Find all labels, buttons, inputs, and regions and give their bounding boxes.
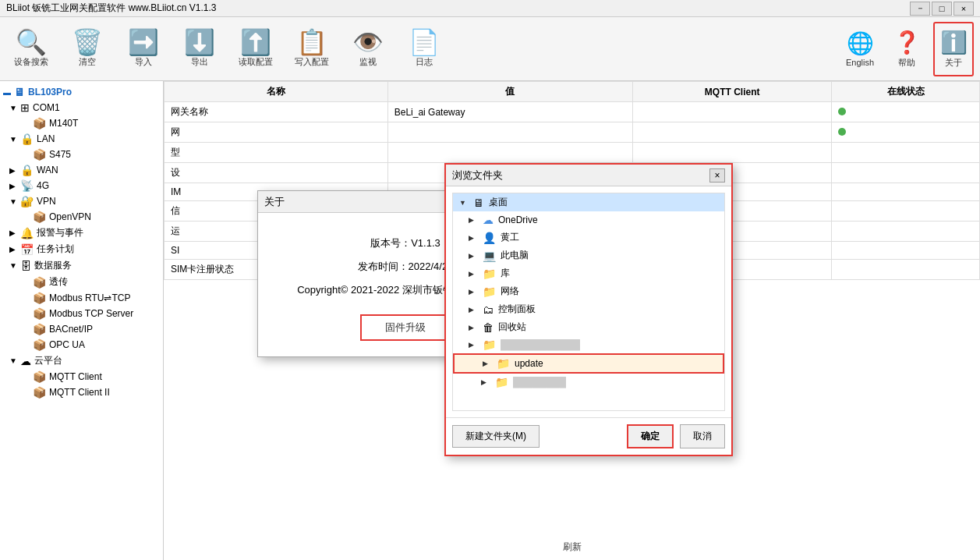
cell-value: BeLi_ai Gateway (387, 102, 632, 122)
help-label: 帮助 (898, 57, 915, 69)
expand-huang: ▶ (469, 234, 478, 242)
sidebar-label-wan: WAN (37, 165, 58, 175)
file-item-blurred1[interactable]: ▶ 📁 ████████████ (453, 336, 724, 353)
file-item-desktop[interactable]: ▼ 🖥 桌面 (453, 193, 724, 211)
sidebar-label-trans: 透传 (49, 275, 68, 289)
content-area: 名称 值 MQTT Client 在线状态 网关名称 BeLi_ai Gatew… (164, 81, 980, 560)
col-header-value: 值 (387, 82, 632, 102)
node-icon-task: 📅 (20, 243, 34, 256)
node-icon-opc-ua: 📦 (33, 338, 46, 351)
browse-dialog-titlebar: 浏览文件夹 × (446, 165, 731, 186)
browse-close-button[interactable]: × (709, 168, 725, 183)
close-window-button[interactable]: × (953, 2, 974, 16)
sidebar-item-cloud[interactable]: ▼ ☁ 云平台 (0, 353, 163, 369)
file-label-desktop: 桌面 (489, 196, 508, 209)
node-icon-m140t: 📦 (33, 117, 46, 129)
file-item-huang[interactable]: ▶ 👤 黄工 (453, 229, 724, 246)
sidebar-item-m140t[interactable]: 📦 M140T (0, 115, 163, 131)
file-item-network[interactable]: ▶ 📁 网络 (453, 282, 724, 300)
file-item-update[interactable]: ▶ 📁 update (453, 353, 724, 374)
toolbar: 🔍 设备搜索 🗑️ 清空 ➡️ 导入 ⬇️ 导出 ⬆️ 读取配置 📋 写入配置 … (0, 17, 980, 81)
main-layout: ▬ 🖥 BL103Pro ▼ ⊞ COM1 📦 M140T ▼ 🔒 LAN 📦 … (0, 81, 980, 560)
titlebar: BLiiot 钣铣工业网关配置软件 www.BLiiot.cn V1.1.3 －… (0, 0, 980, 17)
sidebar-item-vpn[interactable]: ▼ 🔐 VPN (0, 193, 163, 209)
expand-bl103pro: ▬ (3, 88, 11, 97)
col-header-extra: MQTT Client (632, 82, 832, 102)
clear-label: 清空 (79, 56, 96, 68)
monitor-label: 监视 (359, 56, 377, 68)
sidebar-item-modbus-rtu-tcp[interactable]: 📦 Modbus RTU⇌TCP (0, 290, 163, 306)
sidebar-label-data-service: 数据服务 (34, 259, 72, 272)
toolbar-import[interactable]: ➡️ 导入 (119, 22, 168, 76)
sidebar-item-openvpn[interactable]: 📦 OpenVPN (0, 209, 163, 225)
toolbar-monitor[interactable]: 👁️ 监视 (343, 22, 393, 76)
network-folder-icon: 📁 (483, 285, 496, 298)
sidebar-label-vpn: VPN (37, 196, 56, 207)
file-item-recycle[interactable]: ▶ 🗑 回收站 (453, 318, 724, 336)
sidebar-item-wan[interactable]: ▶ 🔒 WAN (0, 162, 163, 178)
node-icon-bacnet-ip: 📦 (33, 323, 46, 335)
file-tree[interactable]: ▼ 🖥 桌面 ▶ ☁ OneDrive ▶ 👤 黄工 (452, 193, 725, 411)
sidebar-item-4g[interactable]: ▶ 📡 4G (0, 178, 163, 193)
file-item-controlpanel[interactable]: ▶ 🗂 控制面板 (453, 300, 724, 318)
new-folder-button[interactable]: 新建文件夹(M) (452, 425, 540, 448)
import-icon: ➡️ (128, 30, 159, 55)
sidebar-item-modbus-tcp-server[interactable]: 📦 Modbus TCP Server (0, 306, 163, 321)
file-item-thispc[interactable]: ▶ 💻 此电脑 (453, 246, 724, 264)
sidebar-label-alarm: 报警与事件 (37, 226, 83, 239)
sidebar-item-bacnet-ip[interactable]: 📦 BACnet/IP (0, 321, 163, 337)
sidebar-label-modbus-rtu-tcp: Modbus RTU⇌TCP (49, 292, 130, 303)
sidebar-item-com1[interactable]: ▼ ⊞ COM1 (0, 100, 163, 115)
sidebar-item-opc-ua[interactable]: 📦 OPC UA (0, 337, 163, 353)
expand-cloud: ▼ (9, 356, 17, 365)
toolbar-about[interactable]: ℹ️ 关于 (933, 22, 974, 76)
toolbar-export[interactable]: ⬇️ 导出 (175, 22, 225, 76)
sidebar-item-bl103pro[interactable]: ▬ 🖥 BL103Pro (0, 84, 163, 100)
maximize-button[interactable]: □ (932, 2, 952, 16)
sidebar-item-trans[interactable]: 📦 透传 (0, 274, 163, 290)
ok-button[interactable]: 确定 (627, 424, 674, 448)
toolbar-write-config[interactable]: 📋 写入配置 (287, 22, 337, 76)
refresh-label[interactable]: 刷新 (563, 541, 582, 554)
cancel-button[interactable]: 取消 (680, 424, 725, 448)
toolbar-search[interactable]: 🔍 设备搜索 (6, 22, 56, 76)
read-config-label: 读取配置 (239, 56, 273, 68)
expand-com1: ▼ (9, 104, 17, 112)
window-controls: － □ × (910, 2, 974, 16)
file-item-blurred2[interactable]: ▶ 📁 ████████ (453, 374, 724, 391)
cell-status-6 (832, 201, 980, 222)
toolbar-english[interactable]: 🌐 English (840, 22, 880, 76)
sidebar-item-s475[interactable]: 📦 S475 (0, 147, 163, 162)
file-label-update: update (515, 358, 543, 369)
sidebar-label-openvpn: OpenVPN (49, 211, 91, 222)
browse-dialog: 浏览文件夹 × ▼ 🖥 桌面 ▶ ☁ OneDrive ▶ (444, 163, 733, 456)
sidebar-item-data-service[interactable]: ▼ 🗄 数据服务 (0, 257, 163, 274)
person-icon: 👤 (483, 232, 496, 244)
toolbar-read-config[interactable]: ⬆️ 读取配置 (231, 22, 281, 76)
sidebar-label-s475: S475 (49, 149, 71, 160)
sidebar-item-task[interactable]: ▶ 📅 任务计划 (0, 241, 163, 257)
firmware-upgrade-button[interactable]: 固件升级 (360, 314, 451, 341)
sidebar-item-alarm[interactable]: ▶ 🔔 报警与事件 (0, 225, 163, 241)
cell-extra-3 (632, 143, 832, 163)
toolbar-clear[interactable]: 🗑️ 清空 (62, 22, 112, 76)
file-item-library[interactable]: ▶ 📁 库 (453, 264, 724, 282)
sidebar-label-cloud: 云平台 (34, 354, 62, 367)
node-icon-mqtt-client-2: 📦 (33, 386, 46, 399)
node-icon-lan: 🔒 (20, 133, 34, 145)
node-icon-modbus-rtu-tcp: 📦 (33, 292, 46, 304)
english-icon: 🌐 (847, 30, 874, 56)
file-label-blurred2: ████████ (513, 377, 566, 388)
clear-icon: 🗑️ (72, 30, 103, 55)
sidebar-item-mqtt-client[interactable]: 📦 MQTT Client (0, 369, 163, 385)
file-label-thispc: 此电脑 (501, 249, 529, 262)
sidebar-item-lan[interactable]: ▼ 🔒 LAN (0, 131, 163, 147)
file-label-blurred1: ████████████ (501, 339, 580, 350)
minimize-button[interactable]: － (910, 2, 930, 16)
toolbar-log[interactable]: 📄 日志 (399, 22, 449, 76)
toolbar-help[interactable]: ❓ 帮助 (886, 22, 927, 76)
file-item-onedrive[interactable]: ▶ ☁ OneDrive (453, 211, 724, 229)
about-icon: ℹ️ (940, 30, 968, 55)
sidebar-item-mqtt-client-2[interactable]: 📦 MQTT Client II (0, 385, 163, 400)
cell-status-5 (832, 183, 980, 201)
